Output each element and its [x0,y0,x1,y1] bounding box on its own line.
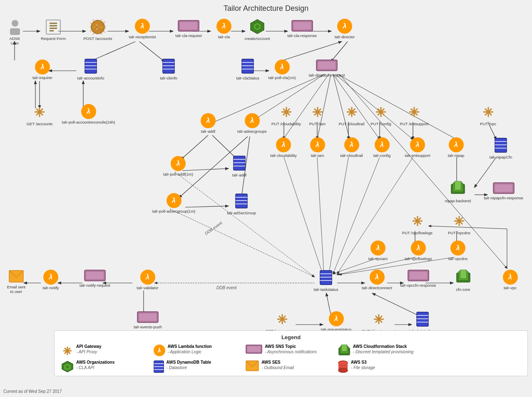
legend-sns-text: AWS SNS Topic - Asynchronous notificatio… [265,344,317,355]
sns-icon-notify-request [84,270,106,282]
svg-text:DDB event: DDB event [216,285,237,290]
node-put-iam: PUT /iam [302,104,333,126]
legend-dynamodb-icon [154,360,164,374]
sns-icon-nipapcfn-response [493,182,515,195]
node-talr-clastatus: talr-claStatus [229,58,266,80]
node-get-accounts-label: GET /accounts [27,122,53,126]
node-talr-poll-adsecgroup: λ talr-poll-adsecgroup(1m) [150,193,198,213]
apigateway-icon-requeststatus [274,311,290,328]
svg-line-48 [317,157,324,274]
legend-ses-name: AWS SES [261,360,294,365]
apigateway-icon-vpcdns [451,213,467,230]
legend-lambda-name: AWS Lambda function [168,344,212,349]
svg-line-49 [329,157,348,274]
legend-s3-desc: - File storage [351,365,375,370]
apigateway-icon-get [32,104,47,121]
apigateway-icon-config [373,104,389,121]
node-talr-clastatus-label: talr-claStatus [236,76,259,80]
node-talr-cla-response-label: talr-cla-response [287,33,317,38]
dynamodb-icon-accountinfo [84,58,97,75]
node-talr-config-label: talr-config [373,153,391,158]
apigateway-icon-cloudtrail [344,104,360,121]
node-cfn-core-label: cfn-core [456,287,470,292]
node-talr-director: λ talr-director [328,19,361,39]
legend-lambda-desc: - Application Logic [168,350,201,354]
lambda-icon-vpc: λ [503,270,518,285]
node-talr-vpcflowlogs: λ talr-vpcflowlogs [400,241,437,261]
svg-rect-97 [163,59,174,73]
node-request-form-label: Request Form [41,36,66,41]
node-talr-addl-top: λ talr-addl [191,113,225,134]
node-request-form: Request Form [37,19,70,41]
svg-rect-72 [46,20,60,34]
node-talr-iam: λ talr-iam [304,137,331,158]
lambda-icon-config: λ [375,137,390,152]
node-talr-cloudtrail-label: talr-cloudtrail [340,153,363,158]
node-talr-vpcdns: λ talr-vpcdns [441,241,475,261]
node-email-sent: Email sentto user [2,270,31,294]
dynamodb-icon-clastatus [241,58,254,75]
node-talr-vpciam: λ talr-vpciam [361,241,395,261]
node-put-vpcdns: PUT /vpcdns [443,213,476,235]
lambda-icon-cla: λ [216,19,231,34]
node-talr-inquirer: λ talr-inquirer [26,60,59,80]
sns-icon-events-push [137,311,159,324]
lambda-icon-validator: λ [140,270,155,285]
node-talr-inquirer-label: talr-inquirer [32,75,52,80]
node-talr-adsecgroups-label: talr-adsecgroups [237,129,267,134]
lambda-icon-poll-addl: λ [171,156,186,171]
lambda-icon-notify: λ [43,270,58,285]
node-put-vpc: PUT /vpc [472,104,504,126]
lambda-icon-poll-accountreconcile: λ [81,104,96,119]
lambda-icon-poll-adsecgroup: λ [167,193,181,208]
node-post-accounts-label: POST /accounts [84,36,112,41]
svg-rect-135 [495,138,507,152]
dynamodb-icon-taskstatus [319,270,333,286]
cfn-icon-nipap-backend [450,181,466,198]
orgs-icon-createaccount [249,19,265,35]
svg-point-90 [255,25,259,29]
legend-cfn-name: AWS Cloudformation Stack [353,344,414,349]
node-talr-validator: λ talr-validator [130,270,165,290]
node-talr-vpciam-label: talr-vpciam [368,256,388,261]
node-talr-vpc: λ talr-vpc [495,270,526,290]
diagram-container: Tailor Architecture Design [0,0,532,397]
sns-icon-cla-request [178,20,199,32]
node-put-vpcdns-label: PUT /vpcdns [448,231,470,235]
svg-line-46 [170,209,314,277]
legend-item-ses: AWS SES - Outbound Email [246,360,336,374]
apigateway-icon-cloudability [278,104,294,121]
node-cfn-core: cfn-core [447,270,479,292]
node-talr-vpccfn-response: talr-vpccfn-response [396,270,440,288]
diagram-title: Tailor Architecture Design [0,0,532,13]
legend-box: Legend API Gateway - API [54,330,528,376]
legend-ses-text: AWS SES - Outbound Email [261,360,294,370]
sns-icon-dispatch-request [316,60,338,72]
node-nipap-backend-label: nipap-backend [445,198,471,203]
legend-orgs-text: AWS Organizations - CLA API [76,360,114,370]
svg-rect-168 [410,272,427,279]
lambda-icon-cloudtrail: λ [344,137,359,152]
legend-dynamodb-text: AWS DynamoDB Table - Datastore [167,360,211,370]
node-talr-vpccfn-response-label: talr-vpccfn-response [400,283,436,288]
apigateway-icon-request-form [45,19,62,35]
legend-lambda-text: AWS Lambda function - Application Logic [168,344,212,355]
lambda-icon-adsecgroups: λ [245,113,260,128]
lambda-icon-vpcdns: λ [450,241,465,256]
legend-dynamodb-desc: - Datastore [167,365,187,370]
svg-point-205 [338,368,348,372]
node-talr-taskstatus-label: talr-taskstatus [313,287,338,292]
node-talr-cloudtrail: λ talr-cloudtrail [334,137,369,158]
apigateway-icon-vpcflowlogs [410,213,425,230]
legend-item-s3: AWS S3 - File storage [338,360,429,374]
legend-apigateway-text: API Gateway - API Proxy [76,344,102,355]
lambda-icon-vpcflowlogs: λ [411,241,426,256]
timestamp: Current as of Wed Sep 27 2017 [3,389,62,394]
node-talr-vpcdns-label: talr-vpcdns [448,256,467,261]
node-talr-events-push: talr-events-push [127,311,169,329]
node-put-entsupport: PUT /entsupport [395,104,433,126]
legend-grid: API Gateway - API Proxy λ AWS Lambda fun… [61,344,521,374]
lambda-icon-poll-cla: λ [275,60,290,74]
node-talr-cla-request-label: talr-cla-request [175,33,201,38]
node-talr-poll-accountreconcile-label: talr-poll-accountreconcile(24h) [62,120,115,124]
